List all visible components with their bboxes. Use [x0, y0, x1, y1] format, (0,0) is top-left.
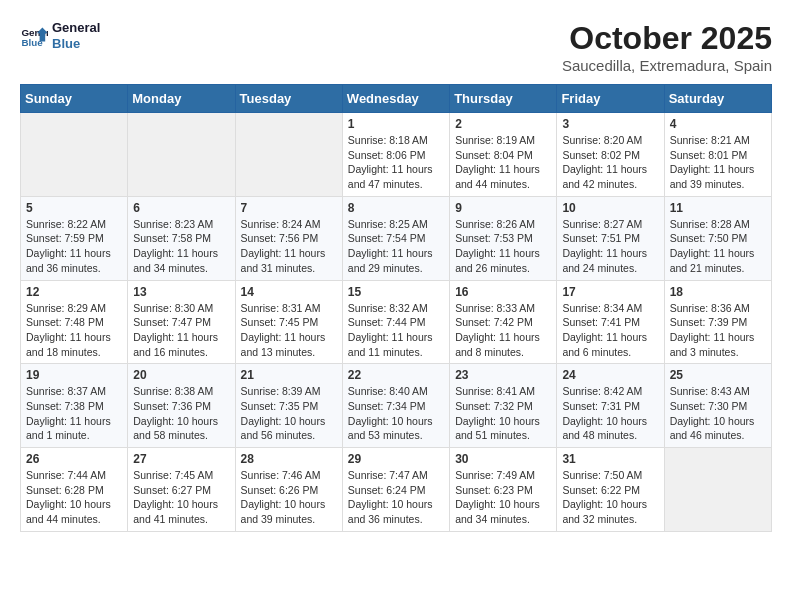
- calendar-week-2: 5Sunrise: 8:22 AMSunset: 7:59 PMDaylight…: [21, 196, 772, 280]
- day-number: 9: [455, 201, 551, 215]
- calendar-table: SundayMondayTuesdayWednesdayThursdayFrid…: [20, 84, 772, 532]
- sunset-text: Sunset: 8:04 PM: [455, 149, 533, 161]
- day-number: 10: [562, 201, 658, 215]
- sunset-text: Sunset: 7:45 PM: [241, 316, 319, 328]
- sunset-text: Sunset: 7:54 PM: [348, 232, 426, 244]
- calendar-cell: 4Sunrise: 8:21 AMSunset: 8:01 PMDaylight…: [664, 113, 771, 197]
- daylight-text: Daylight: 10 hours and 48 minutes.: [562, 415, 647, 442]
- day-info: Sunrise: 7:44 AMSunset: 6:28 PMDaylight:…: [26, 468, 122, 527]
- daylight-text: Daylight: 11 hours and 47 minutes.: [348, 163, 433, 190]
- sunset-text: Sunset: 7:38 PM: [26, 400, 104, 412]
- calendar-cell: 10Sunrise: 8:27 AMSunset: 7:51 PMDayligh…: [557, 196, 664, 280]
- day-header-friday: Friday: [557, 85, 664, 113]
- day-number: 26: [26, 452, 122, 466]
- calendar-cell: 30Sunrise: 7:49 AMSunset: 6:23 PMDayligh…: [450, 448, 557, 532]
- sunrise-text: Sunrise: 8:24 AM: [241, 218, 321, 230]
- calendar-cell: 14Sunrise: 8:31 AMSunset: 7:45 PMDayligh…: [235, 280, 342, 364]
- calendar-week-5: 26Sunrise: 7:44 AMSunset: 6:28 PMDayligh…: [21, 448, 772, 532]
- calendar-cell: 26Sunrise: 7:44 AMSunset: 6:28 PMDayligh…: [21, 448, 128, 532]
- day-number: 4: [670, 117, 766, 131]
- sunset-text: Sunset: 7:50 PM: [670, 232, 748, 244]
- sunset-text: Sunset: 6:23 PM: [455, 484, 533, 496]
- calendar-cell: 5Sunrise: 8:22 AMSunset: 7:59 PMDaylight…: [21, 196, 128, 280]
- daylight-text: Daylight: 11 hours and 18 minutes.: [26, 331, 111, 358]
- calendar-cell: [235, 113, 342, 197]
- sunrise-text: Sunrise: 8:20 AM: [562, 134, 642, 146]
- daylight-text: Daylight: 10 hours and 39 minutes.: [241, 498, 326, 525]
- sunrise-text: Sunrise: 8:26 AM: [455, 218, 535, 230]
- day-info: Sunrise: 8:25 AMSunset: 7:54 PMDaylight:…: [348, 217, 444, 276]
- day-number: 14: [241, 285, 337, 299]
- calendar-week-3: 12Sunrise: 8:29 AMSunset: 7:48 PMDayligh…: [21, 280, 772, 364]
- sunset-text: Sunset: 7:59 PM: [26, 232, 104, 244]
- sunset-text: Sunset: 7:56 PM: [241, 232, 319, 244]
- calendar-cell: 1Sunrise: 8:18 AMSunset: 8:06 PMDaylight…: [342, 113, 449, 197]
- calendar-cell: 21Sunrise: 8:39 AMSunset: 7:35 PMDayligh…: [235, 364, 342, 448]
- daylight-text: Daylight: 11 hours and 3 minutes.: [670, 331, 755, 358]
- day-info: Sunrise: 8:31 AMSunset: 7:45 PMDaylight:…: [241, 301, 337, 360]
- sunrise-text: Sunrise: 7:47 AM: [348, 469, 428, 481]
- day-number: 27: [133, 452, 229, 466]
- sunset-text: Sunset: 7:31 PM: [562, 400, 640, 412]
- calendar-cell: 24Sunrise: 8:42 AMSunset: 7:31 PMDayligh…: [557, 364, 664, 448]
- calendar-cell: [21, 113, 128, 197]
- day-number: 13: [133, 285, 229, 299]
- sunrise-text: Sunrise: 8:38 AM: [133, 385, 213, 397]
- calendar-cell: 19Sunrise: 8:37 AMSunset: 7:38 PMDayligh…: [21, 364, 128, 448]
- sunset-text: Sunset: 6:28 PM: [26, 484, 104, 496]
- sunrise-text: Sunrise: 8:30 AM: [133, 302, 213, 314]
- sunrise-text: Sunrise: 8:31 AM: [241, 302, 321, 314]
- calendar-cell: 31Sunrise: 7:50 AMSunset: 6:22 PMDayligh…: [557, 448, 664, 532]
- sunrise-text: Sunrise: 8:32 AM: [348, 302, 428, 314]
- day-info: Sunrise: 8:37 AMSunset: 7:38 PMDaylight:…: [26, 384, 122, 443]
- sunrise-text: Sunrise: 7:44 AM: [26, 469, 106, 481]
- day-number: 28: [241, 452, 337, 466]
- sunrise-text: Sunrise: 8:40 AM: [348, 385, 428, 397]
- calendar-cell: 11Sunrise: 8:28 AMSunset: 7:50 PMDayligh…: [664, 196, 771, 280]
- day-number: 24: [562, 368, 658, 382]
- day-number: 6: [133, 201, 229, 215]
- calendar-cell: 16Sunrise: 8:33 AMSunset: 7:42 PMDayligh…: [450, 280, 557, 364]
- daylight-text: Daylight: 10 hours and 41 minutes.: [133, 498, 218, 525]
- sunset-text: Sunset: 7:41 PM: [562, 316, 640, 328]
- location-subtitle: Saucedilla, Extremadura, Spain: [562, 57, 772, 74]
- daylight-text: Daylight: 10 hours and 46 minutes.: [670, 415, 755, 442]
- sunrise-text: Sunrise: 8:43 AM: [670, 385, 750, 397]
- day-info: Sunrise: 8:36 AMSunset: 7:39 PMDaylight:…: [670, 301, 766, 360]
- day-info: Sunrise: 8:34 AMSunset: 7:41 PMDaylight:…: [562, 301, 658, 360]
- day-info: Sunrise: 7:49 AMSunset: 6:23 PMDaylight:…: [455, 468, 551, 527]
- day-info: Sunrise: 8:29 AMSunset: 7:48 PMDaylight:…: [26, 301, 122, 360]
- month-title: October 2025: [562, 20, 772, 57]
- day-number: 29: [348, 452, 444, 466]
- day-number: 3: [562, 117, 658, 131]
- sunrise-text: Sunrise: 8:34 AM: [562, 302, 642, 314]
- sunset-text: Sunset: 6:24 PM: [348, 484, 426, 496]
- day-number: 7: [241, 201, 337, 215]
- sunset-text: Sunset: 7:44 PM: [348, 316, 426, 328]
- day-number: 30: [455, 452, 551, 466]
- sunset-text: Sunset: 7:35 PM: [241, 400, 319, 412]
- day-header-monday: Monday: [128, 85, 235, 113]
- calendar-week-1: 1Sunrise: 8:18 AMSunset: 8:06 PMDaylight…: [21, 113, 772, 197]
- daylight-text: Daylight: 11 hours and 16 minutes.: [133, 331, 218, 358]
- daylight-text: Daylight: 10 hours and 58 minutes.: [133, 415, 218, 442]
- logo-line2: Blue: [52, 36, 100, 52]
- day-info: Sunrise: 8:19 AMSunset: 8:04 PMDaylight:…: [455, 133, 551, 192]
- day-number: 15: [348, 285, 444, 299]
- day-info: Sunrise: 8:24 AMSunset: 7:56 PMDaylight:…: [241, 217, 337, 276]
- daylight-text: Daylight: 11 hours and 26 minutes.: [455, 247, 540, 274]
- calendar-cell: 17Sunrise: 8:34 AMSunset: 7:41 PMDayligh…: [557, 280, 664, 364]
- calendar-cell: 6Sunrise: 8:23 AMSunset: 7:58 PMDaylight…: [128, 196, 235, 280]
- calendar-cell: 2Sunrise: 8:19 AMSunset: 8:04 PMDaylight…: [450, 113, 557, 197]
- day-info: Sunrise: 8:26 AMSunset: 7:53 PMDaylight:…: [455, 217, 551, 276]
- sunrise-text: Sunrise: 8:41 AM: [455, 385, 535, 397]
- day-info: Sunrise: 7:46 AMSunset: 6:26 PMDaylight:…: [241, 468, 337, 527]
- day-info: Sunrise: 8:42 AMSunset: 7:31 PMDaylight:…: [562, 384, 658, 443]
- sunset-text: Sunset: 7:39 PM: [670, 316, 748, 328]
- calendar-week-4: 19Sunrise: 8:37 AMSunset: 7:38 PMDayligh…: [21, 364, 772, 448]
- day-info: Sunrise: 8:30 AMSunset: 7:47 PMDaylight:…: [133, 301, 229, 360]
- day-header-thursday: Thursday: [450, 85, 557, 113]
- day-header-sunday: Sunday: [21, 85, 128, 113]
- sunrise-text: Sunrise: 7:50 AM: [562, 469, 642, 481]
- calendar-cell: 15Sunrise: 8:32 AMSunset: 7:44 PMDayligh…: [342, 280, 449, 364]
